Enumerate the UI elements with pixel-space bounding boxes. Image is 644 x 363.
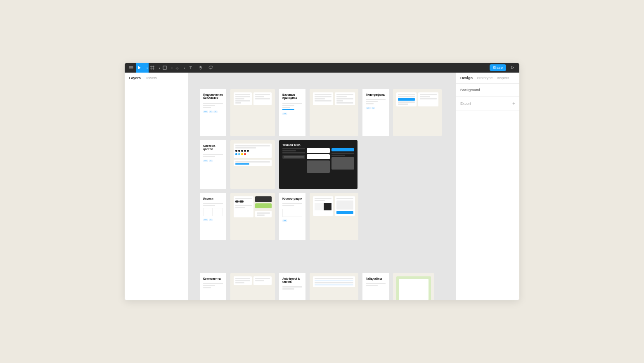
- frame-title[interactable]: Auto layout & Stretch: [279, 273, 305, 300]
- frame[interactable]: [230, 89, 275, 136]
- main-area: Layers Assets Подключение библиотек web …: [125, 73, 519, 300]
- chip: web: [203, 111, 208, 113]
- frame[interactable]: [230, 140, 275, 189]
- tab-prototype[interactable]: Prototype: [477, 76, 493, 80]
- frame-tool[interactable]: ▾: [149, 63, 161, 73]
- hamburger-menu-icon[interactable]: [126, 63, 136, 73]
- figma-window: ▾ ▾ ▾ ▾ T Share L: [125, 63, 519, 300]
- plus-icon[interactable]: +: [512, 101, 515, 106]
- chip: web: [203, 160, 208, 162]
- tab-inspect[interactable]: Inspect: [497, 76, 509, 80]
- left-panel: Layers Assets: [125, 73, 188, 300]
- frame-heading: Базовые принципы: [282, 93, 302, 100]
- tab-assets[interactable]: Assets: [146, 76, 157, 80]
- frame[interactable]: [230, 273, 275, 300]
- pen-tool[interactable]: ▾: [173, 63, 186, 73]
- frame-title[interactable]: Иконки webios: [200, 193, 226, 240]
- chip: ios: [209, 111, 213, 113]
- frame-title[interactable]: Система цветов web ios: [200, 140, 226, 189]
- chip: web: [282, 113, 287, 115]
- frame-heading: Подключение библиотек: [203, 93, 223, 100]
- move-tool[interactable]: ▾: [136, 63, 149, 73]
- frame[interactable]: [393, 89, 442, 136]
- guideline-preview: [396, 276, 431, 300]
- tab-layers[interactable]: Layers: [129, 76, 141, 80]
- frame[interactable]: [230, 193, 275, 240]
- export-section[interactable]: Export +: [456, 97, 519, 111]
- rectangle-tool[interactable]: ▾: [161, 63, 173, 73]
- frame-heading: Иконки: [203, 197, 223, 200]
- canvas[interactable]: Подключение библиотек web ios ax: [188, 73, 456, 300]
- comment-tool[interactable]: [206, 63, 215, 73]
- chip: web: [203, 219, 208, 221]
- frame-heading: Auto layout & Stretch: [282, 277, 302, 284]
- frame[interactable]: [393, 273, 434, 300]
- frame-heading: Компоненты: [203, 277, 223, 280]
- text-tool[interactable]: T: [186, 63, 196, 73]
- hand-tool[interactable]: [196, 63, 206, 73]
- chip: web: [366, 107, 371, 109]
- present-button[interactable]: [508, 63, 518, 73]
- frame-title[interactable]: Подключение библиотек web ios ax: [200, 89, 226, 136]
- chip: web: [282, 219, 287, 222]
- frame-heading: Гайдлайны: [366, 277, 386, 280]
- tab-design[interactable]: Design: [460, 76, 473, 80]
- frame-title[interactable]: Типографика web ios: [362, 89, 389, 136]
- frame[interactable]: [310, 273, 358, 300]
- right-panel-tabs: Design Prototype Inspect: [456, 73, 519, 84]
- chip: ios: [372, 107, 376, 109]
- chip: ios: [209, 219, 213, 221]
- frame-title[interactable]: Иллюстрации web: [279, 193, 305, 240]
- frame-heading: Типографика: [366, 93, 386, 97]
- chip: ax: [213, 111, 217, 113]
- share-button[interactable]: Share: [490, 64, 506, 71]
- chip: ios: [209, 160, 213, 162]
- export-label: Export: [460, 101, 471, 106]
- frame-heading: Система цветов: [203, 144, 223, 151]
- toolbar: ▾ ▾ ▾ ▾ T Share: [125, 63, 519, 73]
- background-section[interactable]: Background: [456, 84, 519, 97]
- frame-title[interactable]: Компоненты: [200, 273, 226, 300]
- frame-dark[interactable]: Тёмная тема: [279, 140, 358, 189]
- right-panel: Design Prototype Inspect Background Expo…: [456, 73, 519, 300]
- frame-title[interactable]: Базовые принципы web: [279, 89, 305, 136]
- frame-title[interactable]: Гайдлайны: [362, 273, 389, 300]
- frame-heading: Иллюстрации: [282, 197, 302, 200]
- frame[interactable]: [310, 89, 358, 136]
- frame-heading: Тёмная тема: [282, 144, 354, 146]
- background-label: Background: [460, 88, 480, 92]
- svg-rect-0: [163, 66, 166, 69]
- left-panel-tabs: Layers Assets: [125, 73, 188, 83]
- frame[interactable]: [310, 193, 358, 240]
